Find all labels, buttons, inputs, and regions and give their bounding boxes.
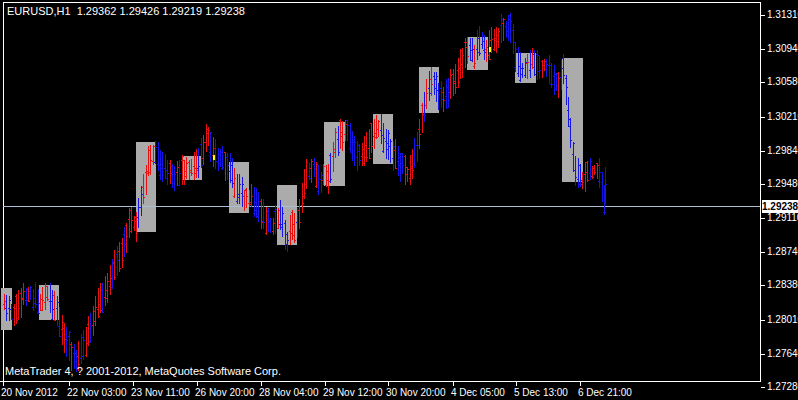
- time-axis-tick: [580, 382, 581, 386]
- bar-close-tick: [564, 75, 565, 76]
- time-axis-label: 4 Dec 05:00: [451, 388, 505, 398]
- price-bar: [306, 159, 307, 189]
- bar-open-tick: [111, 287, 112, 288]
- bar-close-tick: [504, 19, 505, 20]
- bar-close-tick: [487, 47, 488, 48]
- bar-close-tick: [168, 173, 169, 174]
- bar-open-tick: [29, 291, 30, 292]
- bar-open-tick: [231, 180, 232, 181]
- bar-close-tick: [336, 132, 337, 133]
- bar-close-tick: [425, 115, 426, 116]
- bar-open-tick: [495, 40, 496, 41]
- price-bar: [342, 121, 343, 151]
- bar-open-tick: [421, 105, 422, 106]
- bar-close-tick: [540, 70, 541, 71]
- bar-open-tick: [586, 162, 587, 163]
- bar-close-tick: [137, 233, 138, 234]
- price-bar: [542, 60, 543, 78]
- bar-open-tick: [245, 189, 246, 190]
- bar-open-tick: [485, 49, 486, 50]
- bar-open-tick: [598, 181, 599, 182]
- bar-open-tick: [185, 176, 186, 177]
- bar-open-tick: [411, 166, 412, 167]
- bar-open-tick: [341, 136, 342, 137]
- bar-open-tick: [473, 66, 474, 67]
- bar-close-tick: [331, 179, 332, 180]
- bar-open-tick: [325, 185, 326, 186]
- bar-close-tick: [603, 179, 604, 180]
- price-bar: [203, 135, 204, 165]
- doji-bar: [213, 155, 215, 160]
- price-bar: [50, 283, 51, 313]
- bar-open-tick: [8, 308, 9, 309]
- bar-open-tick: [596, 163, 597, 164]
- bar-open-tick: [305, 184, 306, 185]
- bar-close-tick: [305, 193, 306, 194]
- bar-close-tick: [379, 121, 380, 122]
- bar-open-tick: [248, 203, 249, 204]
- bar-close-tick: [96, 307, 97, 308]
- price-axis-tick: [761, 387, 765, 388]
- bar-open-tick: [461, 64, 462, 65]
- price-bar: [534, 50, 535, 76]
- time-axis-label: 23 Nov 11:00: [131, 388, 190, 398]
- bar-close-tick: [192, 173, 193, 174]
- bar-open-tick: [370, 123, 371, 124]
- price-axis-label: 1.29480: [767, 179, 798, 189]
- time-axis-tick: [325, 382, 326, 386]
- bar-open-tick: [5, 308, 6, 309]
- bar-close-tick: [183, 156, 184, 157]
- bar-open-tick: [435, 88, 436, 89]
- time-axis-tick: [133, 382, 134, 386]
- bar-close-tick: [199, 166, 200, 167]
- bar-close-tick: [600, 172, 601, 173]
- bar-close-tick: [396, 168, 397, 169]
- bar-open-tick: [82, 337, 83, 338]
- price-bar: [146, 165, 147, 195]
- price-bar: [6, 295, 7, 321]
- bar-open-tick: [560, 77, 561, 78]
- price-bar: [129, 208, 130, 238]
- bar-open-tick: [466, 42, 467, 43]
- price-bar: [174, 166, 175, 191]
- bar-open-tick: [200, 144, 201, 145]
- bar-open-tick: [17, 318, 18, 319]
- bar-open-tick: [224, 152, 225, 153]
- price-bar: [402, 153, 403, 174]
- price-bar: [398, 146, 399, 176]
- bar-open-tick: [401, 153, 402, 154]
- bar-open-tick: [279, 224, 280, 225]
- bar-close-tick: [48, 299, 49, 300]
- bar-open-tick: [130, 210, 131, 211]
- bar-open-tick: [363, 163, 364, 164]
- bar-close-tick: [499, 31, 500, 32]
- bar-close-tick: [29, 301, 30, 302]
- bar-open-tick: [164, 168, 165, 169]
- price-bar: [450, 69, 451, 99]
- bar-open-tick: [397, 161, 398, 162]
- bar-open-tick: [44, 302, 45, 303]
- price-bar: [26, 288, 27, 306]
- bar-close-tick: [439, 94, 440, 95]
- bar-close-tick: [243, 184, 244, 185]
- price-bar: [400, 153, 401, 182]
- bar-close-tick: [31, 287, 32, 288]
- bar-close-tick: [223, 167, 224, 168]
- bar-open-tick: [413, 163, 414, 164]
- bar-close-tick: [19, 308, 20, 309]
- bar-open-tick: [430, 79, 431, 80]
- price-axis-tick: [761, 184, 765, 185]
- bar-open-tick: [574, 170, 575, 171]
- price-bar: [40, 294, 41, 311]
- bar-open-tick: [584, 174, 585, 175]
- bar-open-tick: [181, 160, 182, 161]
- bar-close-tick: [39, 313, 40, 314]
- bar-open-tick: [505, 26, 506, 27]
- price-axis-tick: [761, 151, 765, 152]
- bar-open-tick: [377, 129, 378, 130]
- bar-close-tick: [367, 157, 368, 158]
- price-bar: [177, 161, 178, 186]
- bar-close-tick: [355, 142, 356, 143]
- bar-close-tick: [252, 196, 253, 197]
- bar-close-tick: [459, 82, 460, 83]
